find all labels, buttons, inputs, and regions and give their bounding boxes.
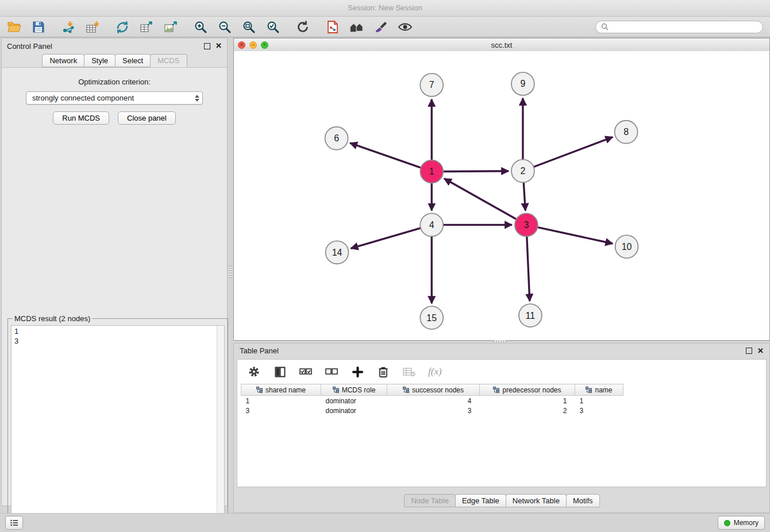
memory-button[interactable]: Memory bbox=[718, 516, 765, 530]
node-15[interactable]: 15 bbox=[420, 306, 443, 329]
table-toolbar: f(x) bbox=[237, 360, 766, 384]
result-line: 1 bbox=[14, 326, 221, 336]
mcds-result-list[interactable]: 13 bbox=[11, 325, 225, 531]
zoom-selected-icon[interactable] bbox=[265, 20, 280, 34]
table-cell[interactable]: 3 bbox=[241, 406, 321, 415]
add-column-icon[interactable] bbox=[351, 365, 364, 379]
zoom-window-button[interactable]: + bbox=[261, 41, 268, 49]
delete-column-icon[interactable] bbox=[376, 365, 390, 379]
table-cell[interactable]: dominator bbox=[321, 406, 387, 415]
close-table-panel-icon[interactable]: ✕ bbox=[757, 348, 764, 354]
table-cell[interactable]: 4 bbox=[387, 396, 480, 406]
svg-text:6: 6 bbox=[334, 133, 339, 143]
network-graph[interactable]: 7968124314101511 bbox=[234, 51, 769, 340]
node-14[interactable]: 14 bbox=[326, 241, 349, 264]
edge-4-14[interactable] bbox=[351, 228, 422, 248]
float-table-panel-icon[interactable] bbox=[746, 348, 752, 354]
table-header-row: shared nameMCDS rolesuccessor nodesprede… bbox=[241, 384, 623, 396]
optimization-criterion-dropdown[interactable]: strongly connected component bbox=[26, 91, 203, 105]
tab-edge-table[interactable]: Edge Table bbox=[455, 494, 506, 507]
column-header-predecessor-nodes[interactable]: predecessor nodes bbox=[480, 384, 575, 396]
zoom-fit-icon[interactable] bbox=[241, 20, 256, 34]
save-session-icon[interactable] bbox=[31, 20, 46, 34]
column-header-shared-name[interactable]: shared name bbox=[241, 384, 321, 396]
column-header-MCDS-role[interactable]: MCDS role bbox=[321, 384, 387, 396]
settings-gear-icon[interactable] bbox=[247, 365, 261, 379]
delete-table-icon[interactable] bbox=[402, 365, 416, 379]
network-window-titlebar[interactable]: ✕ − + scc.txt bbox=[234, 38, 769, 52]
tab-style[interactable]: Style bbox=[84, 54, 116, 67]
annotation-document-icon[interactable] bbox=[325, 20, 340, 34]
tab-node-table[interactable]: Node Table bbox=[404, 494, 456, 507]
node-11[interactable]: 11 bbox=[519, 304, 542, 327]
node-7[interactable]: 7 bbox=[420, 74, 443, 97]
table-cell[interactable]: 1 bbox=[575, 396, 623, 406]
network-canvas[interactable]: 7968124314101511 bbox=[234, 51, 769, 340]
node-3[interactable]: 3 bbox=[515, 213, 538, 236]
deselect-all-checks-icon[interactable] bbox=[325, 365, 338, 379]
column-header-label: successor nodes bbox=[412, 386, 464, 394]
tree-icon bbox=[586, 387, 592, 393]
edge-2-3[interactable] bbox=[523, 182, 525, 211]
svg-text:11: 11 bbox=[526, 311, 536, 321]
export-image-icon[interactable] bbox=[163, 20, 178, 34]
minimize-window-button[interactable]: − bbox=[249, 41, 257, 49]
table-cell[interactable]: 1 bbox=[480, 396, 575, 406]
style-brush-icon[interactable] bbox=[374, 20, 388, 34]
close-panel-icon[interactable]: ✕ bbox=[215, 43, 222, 49]
edge-3-10[interactable] bbox=[536, 227, 613, 244]
table-cell[interactable]: 3 bbox=[387, 406, 480, 415]
tab-mcds[interactable]: MCDS bbox=[150, 54, 187, 67]
table-row[interactable]: 3dominator323 bbox=[241, 406, 623, 415]
network-from-selection-icon[interactable] bbox=[115, 20, 130, 34]
zoom-out-icon[interactable] bbox=[217, 20, 232, 34]
node-4[interactable]: 4 bbox=[420, 213, 443, 236]
open-session-icon[interactable] bbox=[7, 20, 22, 34]
edge-2-8[interactable] bbox=[533, 137, 613, 168]
search-input[interactable] bbox=[612, 22, 757, 32]
vertical-splitter-grip[interactable] bbox=[229, 265, 232, 278]
task-history-button[interactable] bbox=[5, 516, 23, 530]
horizontal-splitter-grip[interactable] bbox=[494, 340, 506, 342]
memory-label: Memory bbox=[734, 519, 759, 527]
node-8[interactable]: 8 bbox=[615, 121, 638, 144]
column-selector-icon[interactable] bbox=[273, 365, 287, 379]
node-2[interactable]: 2 bbox=[511, 160, 534, 183]
table-cell[interactable]: 3 bbox=[575, 406, 623, 415]
tab-select[interactable]: Select bbox=[115, 54, 151, 67]
table-cell[interactable]: dominator bbox=[321, 396, 387, 406]
zoom-in-icon[interactable] bbox=[193, 20, 208, 34]
close-panel-button[interactable]: Close panel bbox=[118, 111, 176, 125]
file-group bbox=[7, 20, 46, 34]
result-scrollbar[interactable] bbox=[217, 326, 224, 530]
tab-network-table[interactable]: Network Table bbox=[506, 494, 567, 507]
select-all-checks-icon[interactable] bbox=[299, 365, 313, 379]
node-6[interactable]: 6 bbox=[325, 127, 348, 150]
home-networks-icon[interactable] bbox=[349, 20, 364, 34]
column-header-successor-nodes[interactable]: successor nodes bbox=[387, 384, 480, 396]
refresh-layout-icon[interactable] bbox=[295, 20, 310, 34]
import-table-icon[interactable] bbox=[85, 20, 100, 34]
tab-motifs[interactable]: Motifs bbox=[566, 494, 600, 507]
search-box[interactable] bbox=[595, 21, 763, 33]
edge-1-2[interactable] bbox=[442, 171, 509, 172]
node-10[interactable]: 10 bbox=[615, 235, 638, 258]
node-1[interactable]: 1 bbox=[420, 160, 443, 183]
column-header-name[interactable]: name bbox=[575, 384, 623, 396]
show-hide-eye-icon[interactable] bbox=[398, 20, 413, 34]
table-from-selection-icon[interactable] bbox=[139, 20, 154, 34]
table-row[interactable]: 1dominator411 bbox=[241, 396, 623, 406]
run-mcds-button[interactable]: Run MCDS bbox=[53, 111, 109, 125]
table-cell[interactable]: 2 bbox=[480, 406, 575, 415]
table-cell[interactable]: 1 bbox=[241, 396, 321, 406]
node-9[interactable]: 9 bbox=[511, 72, 534, 95]
import-network-icon[interactable] bbox=[61, 20, 76, 34]
float-panel-icon[interactable] bbox=[204, 43, 210, 49]
function-builder-icon[interactable]: f(x) bbox=[428, 366, 442, 377]
tab-network[interactable]: Network bbox=[42, 54, 84, 67]
close-window-button[interactable]: ✕ bbox=[238, 41, 245, 49]
edge-1-6[interactable] bbox=[350, 143, 422, 168]
mcds-result-groupbox: MCDS result (2 nodes) 13 bbox=[7, 314, 228, 532]
edge-3-11[interactable] bbox=[527, 235, 530, 301]
edge-3-1[interactable] bbox=[444, 179, 517, 220]
